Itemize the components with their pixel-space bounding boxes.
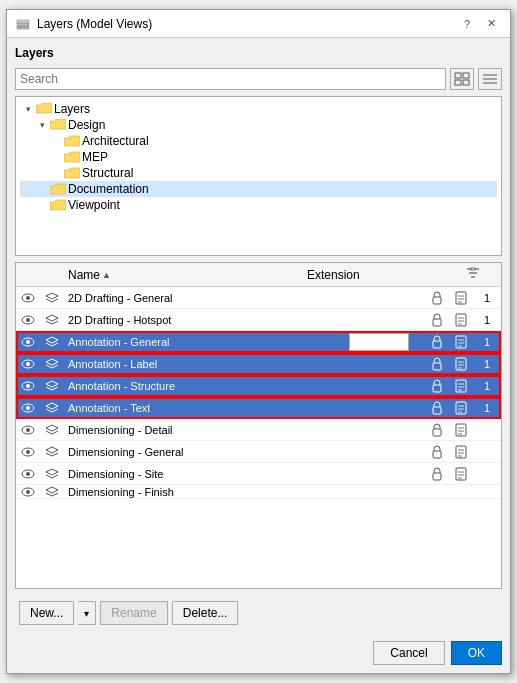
tree-item-layers[interactable]: ▾ Layers xyxy=(20,101,497,117)
tree-toggle-documentation[interactable] xyxy=(36,183,48,195)
svg-rect-13 xyxy=(471,268,475,270)
eye-icon-3[interactable] xyxy=(16,337,40,347)
ok-button[interactable]: OK xyxy=(451,641,502,665)
layers-icon xyxy=(15,16,31,32)
row-num-3: 1 xyxy=(473,336,501,348)
table-row-annotation-text[interactable]: Annotation - Text 1 xyxy=(16,397,501,419)
eye-icon-1[interactable] xyxy=(16,293,40,303)
tree-item-viewpoint[interactable]: Viewpoint xyxy=(20,197,497,213)
eye-icon-5[interactable] xyxy=(16,381,40,391)
tree-toggle-viewpoint[interactable] xyxy=(36,199,48,211)
eye-icon-9[interactable] xyxy=(16,469,40,479)
lock-icon-1[interactable] xyxy=(425,291,449,305)
lock-icon-2[interactable] xyxy=(425,313,449,327)
tree-toggle-layers[interactable]: ▾ xyxy=(22,103,34,115)
tree-item-design[interactable]: ▾ Design xyxy=(20,117,497,133)
lock-icon-5[interactable] xyxy=(425,379,449,393)
table-row-annotation-general[interactable]: Annotation - General 1 xyxy=(16,331,501,353)
close-button[interactable]: ✕ xyxy=(480,14,502,34)
eye-icon-2[interactable] xyxy=(16,315,40,325)
help-button[interactable]: ? xyxy=(456,14,478,34)
title-bar-left: Layers (Model Views) xyxy=(15,16,152,32)
svg-rect-4 xyxy=(463,73,469,78)
table-body[interactable]: 2D Drafting - General 1 xyxy=(16,287,501,588)
folder-open-icon xyxy=(36,102,52,116)
table-row-annotation-label[interactable]: Annotation - Label 1 xyxy=(16,353,501,375)
new-dropdown-button[interactable]: ▾ xyxy=(78,601,96,625)
th-name-label: Name xyxy=(68,268,100,282)
tree-item-architectural[interactable]: Architectural xyxy=(20,133,497,149)
new-icon-6[interactable] xyxy=(449,401,473,415)
row-num-4: 1 xyxy=(473,358,501,370)
tree-toggle-design[interactable]: ▾ xyxy=(36,119,48,131)
tree-item-structural[interactable]: Structural xyxy=(20,165,497,181)
table-header: Name ▲ Extension xyxy=(16,263,501,287)
layer-icon-2 xyxy=(40,314,64,326)
new-icon-8[interactable] xyxy=(449,445,473,459)
lock-icon-4[interactable] xyxy=(425,357,449,371)
svg-line-57 xyxy=(46,387,52,390)
svg-point-15 xyxy=(26,296,30,300)
eye-icon-6[interactable] xyxy=(16,403,40,413)
view-thumbnail-button[interactable] xyxy=(450,68,474,90)
row-name-9: Dimensioning - Site xyxy=(64,468,345,480)
new-icon-7[interactable] xyxy=(449,423,473,437)
folder-icon-architectural xyxy=(64,134,80,148)
delete-button[interactable]: Delete... xyxy=(172,601,239,625)
table-row[interactable]: 2D Drafting - Hotspot 1 xyxy=(16,309,501,331)
new-icon-2[interactable] xyxy=(449,313,473,327)
search-row xyxy=(15,68,502,90)
new-button[interactable]: New... xyxy=(19,601,74,625)
new-icon-3[interactable] xyxy=(449,335,473,349)
tree-item-mep[interactable]: MEP xyxy=(20,149,497,165)
rename-button[interactable]: Rename xyxy=(100,601,167,625)
eye-icon-8[interactable] xyxy=(16,447,40,457)
title-bar-controls: ? ✕ xyxy=(456,14,502,34)
tree-label-viewpoint: Viewpoint xyxy=(68,198,120,212)
svg-point-85 xyxy=(26,450,30,454)
lock-icon-3[interactable] xyxy=(425,335,449,349)
new-icon-9[interactable] xyxy=(449,467,473,481)
svg-line-18 xyxy=(52,299,58,302)
tree-toggle-mep[interactable] xyxy=(50,151,62,163)
tree-label-design: Design xyxy=(68,118,105,132)
svg-point-75 xyxy=(26,428,30,432)
svg-rect-59 xyxy=(433,385,441,392)
svg-rect-29 xyxy=(433,319,441,326)
table-row-dim-site[interactable]: Dimensioning - Site xyxy=(16,463,501,485)
ext-input-3[interactable] xyxy=(349,333,409,351)
svg-line-88 xyxy=(52,453,58,456)
table-row-dim-finish[interactable]: Dimensioning - Finish xyxy=(16,485,501,499)
table-row-dim-general[interactable]: Dimensioning - General xyxy=(16,441,501,463)
cancel-button[interactable]: Cancel xyxy=(373,641,444,665)
lock-icon-7[interactable] xyxy=(425,423,449,437)
view-list-button[interactable] xyxy=(478,68,502,90)
table-row-dim-detail[interactable]: Dimensioning - Detail xyxy=(16,419,501,441)
new-icon-1[interactable] xyxy=(449,291,473,305)
lock-icon-8[interactable] xyxy=(425,445,449,459)
svg-line-108 xyxy=(52,493,58,496)
svg-point-95 xyxy=(26,472,30,476)
table-row-annotation-structure[interactable]: Annotation - Structure 1 xyxy=(16,375,501,397)
layer-icon-4 xyxy=(40,358,64,370)
filter-icon[interactable] xyxy=(459,265,487,284)
tree-item-documentation[interactable]: Documentation xyxy=(20,181,497,197)
search-input[interactable] xyxy=(15,68,446,90)
table-row[interactable]: 2D Drafting - General 1 xyxy=(16,287,501,309)
folder-icon-viewpoint xyxy=(50,198,66,212)
svg-line-77 xyxy=(46,431,52,434)
lock-icon-9[interactable] xyxy=(425,467,449,481)
tree-toggle-structural[interactable] xyxy=(50,167,62,179)
new-icon-4[interactable] xyxy=(449,357,473,371)
svg-marker-56 xyxy=(46,381,58,387)
dialog-body: Layers xyxy=(7,38,510,637)
eye-icon-4[interactable] xyxy=(16,359,40,369)
th-name[interactable]: Name ▲ xyxy=(64,268,303,282)
tree-toggle-architectural[interactable] xyxy=(50,135,62,147)
eye-icon-10[interactable] xyxy=(16,487,40,497)
new-icon-5[interactable] xyxy=(449,379,473,393)
lock-icon-6[interactable] xyxy=(425,401,449,415)
svg-line-97 xyxy=(46,475,52,478)
svg-rect-69 xyxy=(433,407,441,414)
eye-icon-7[interactable] xyxy=(16,425,40,435)
